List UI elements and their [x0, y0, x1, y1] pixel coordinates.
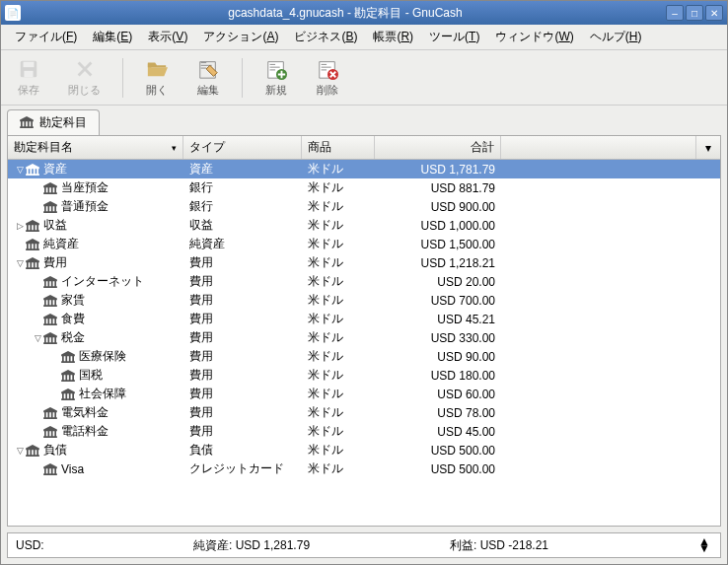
- account-row[interactable]: 電話料金費用米ドルUSD 45.00: [8, 422, 720, 441]
- account-commodity: 米ドル: [302, 311, 375, 327]
- account-total: USD 78.00: [375, 406, 501, 420]
- account-row[interactable]: インターネット費用米ドルUSD 20.00: [8, 272, 720, 291]
- expand-toggle[interactable]: ▽: [14, 258, 26, 268]
- account-name: 食費: [61, 311, 85, 327]
- account-name: 資産: [43, 161, 67, 177]
- account-name: 家賃: [61, 292, 85, 309]
- account-name: 医療保険: [79, 348, 126, 365]
- new-button[interactable]: 新規: [258, 55, 294, 100]
- app-window: 📄 gcashdata_4.gnucash - 勘定科目 - GnuCash –…: [0, 0, 728, 565]
- account-name: 普通預金: [61, 198, 109, 215]
- account-type: 負債: [183, 442, 302, 459]
- column-name[interactable]: 勘定科目名▾: [8, 136, 183, 159]
- edit-icon: [196, 57, 220, 81]
- menu-v[interactable]: 表示(V): [140, 26, 195, 48]
- account-row[interactable]: 食費費用米ドルUSD 45.21: [8, 310, 720, 328]
- account-type: 費用: [183, 367, 302, 384]
- menu-h[interactable]: ヘルプ(H): [582, 26, 650, 48]
- menu-b[interactable]: ビジネス(B): [286, 26, 365, 48]
- account-row[interactable]: 電気料金費用米ドルUSD 78.00: [8, 403, 720, 422]
- account-tree[interactable]: ▽資産資産米ドルUSD 1,781.79当座預金銀行米ドルUSD 881.79普…: [8, 160, 720, 526]
- account-commodity: 米ドル: [302, 292, 375, 309]
- tab-accounts[interactable]: 勘定科目: [7, 109, 100, 135]
- column-menu-button[interactable]: ▾: [696, 136, 720, 159]
- account-name: Visa: [61, 462, 84, 476]
- account-type: 費用: [183, 292, 302, 309]
- account-total: USD 330.00: [375, 331, 501, 345]
- expand-toggle[interactable]: ▷: [14, 221, 26, 231]
- account-icon: [43, 201, 57, 213]
- status-profit: 利益: USD -218.21: [450, 537, 696, 554]
- open-button[interactable]: 開く: [139, 55, 175, 100]
- account-icon: [43, 463, 57, 475]
- account-icon: [26, 445, 39, 457]
- menu-f[interactable]: ファイル(F): [7, 26, 85, 48]
- expand-toggle[interactable]: ▽: [32, 333, 43, 343]
- account-type: 銀行: [183, 179, 302, 196]
- menu-w[interactable]: ウィンドウ(W): [487, 26, 581, 48]
- delete-button[interactable]: 削除: [310, 55, 345, 100]
- account-commodity: 米ドル: [302, 386, 375, 402]
- svg-rect-1: [24, 62, 35, 67]
- menu-t[interactable]: ツール(T): [421, 26, 487, 48]
- account-total: USD 700.00: [375, 294, 501, 308]
- account-row[interactable]: ▽資産資産米ドルUSD 1,781.79: [8, 160, 720, 178]
- column-total[interactable]: 合計: [375, 136, 501, 159]
- account-row[interactable]: 国税費用米ドルUSD 180.00: [8, 366, 720, 385]
- column-commodity[interactable]: 商品: [302, 136, 375, 159]
- account-row[interactable]: 純資産純資産米ドルUSD 1,500.00: [8, 235, 720, 253]
- delete-icon: [316, 57, 339, 81]
- account-row[interactable]: 家賃費用米ドルUSD 700.00: [8, 291, 720, 310]
- menu-a[interactable]: アクション(A): [195, 26, 286, 48]
- account-name: 電気料金: [61, 404, 109, 421]
- account-icon: [43, 426, 57, 438]
- toolbar-separator: [122, 58, 123, 98]
- account-tree-panel: 勘定科目名▾ タイプ 商品 合計 ▾ ▽資産資産米ドルUSD 1,781.79当…: [7, 135, 721, 527]
- account-commodity: 米ドル: [302, 404, 375, 421]
- account-commodity: 米ドル: [302, 254, 375, 271]
- svg-rect-2: [24, 71, 33, 77]
- account-commodity: 米ドル: [302, 236, 375, 252]
- column-type[interactable]: タイプ: [183, 136, 302, 159]
- account-commodity: 米ドル: [302, 329, 375, 346]
- account-type: 純資産: [183, 236, 302, 252]
- expand-toggle[interactable]: ▽: [14, 165, 26, 175]
- account-row[interactable]: 普通預金銀行米ドルUSD 900.00: [8, 197, 720, 216]
- account-total: USD 1,218.21: [375, 256, 501, 270]
- account-row[interactable]: ▽税金費用米ドルUSD 330.00: [8, 328, 720, 347]
- new-icon: [264, 57, 288, 81]
- account-type: 費用: [183, 273, 302, 290]
- account-type: 費用: [183, 329, 302, 346]
- expand-toggle[interactable]: ▽: [14, 446, 26, 456]
- menubar: ファイル(F)編集(E)表示(V)アクション(A)ビジネス(B)帳票(R)ツール…: [1, 25, 727, 50]
- maximize-button[interactable]: □: [686, 5, 703, 21]
- account-row[interactable]: 医療保険費用米ドルUSD 90.00: [8, 347, 720, 366]
- account-row[interactable]: ▷収益収益米ドルUSD 1,000.00: [8, 216, 720, 235]
- status-spinner[interactable]: ▲▼: [696, 538, 712, 552]
- close-icon: [73, 57, 97, 81]
- account-name: 純資産: [43, 236, 79, 252]
- app-icon: 📄: [5, 5, 21, 21]
- account-type: 銀行: [183, 198, 302, 215]
- edit-button[interactable]: 編集: [190, 55, 226, 100]
- sort-indicator-icon: ▾: [172, 143, 177, 153]
- account-row[interactable]: ▽負債負債米ドルUSD 500.00: [8, 441, 720, 459]
- tabbar: 勘定科目: [1, 106, 727, 135]
- account-row[interactable]: 社会保障費用米ドルUSD 60.00: [8, 385, 720, 403]
- account-icon: [26, 164, 39, 176]
- account-row[interactable]: 当座預金銀行米ドルUSD 881.79: [8, 178, 720, 197]
- menu-r[interactable]: 帳票(R): [365, 26, 421, 48]
- save-button: 保存: [11, 55, 46, 100]
- account-row[interactable]: Visaクレジットカード米ドルUSD 500.00: [8, 459, 720, 478]
- account-row[interactable]: ▽費用費用米ドルUSD 1,218.21: [8, 253, 720, 272]
- account-total: USD 900.00: [375, 200, 501, 214]
- account-total: USD 20.00: [375, 275, 501, 289]
- account-total: USD 60.00: [375, 388, 501, 401]
- status-currency: USD:: [16, 538, 193, 552]
- tab-label: 勘定科目: [39, 114, 87, 131]
- minimize-button[interactable]: –: [666, 5, 684, 21]
- account-type: 費用: [183, 348, 302, 365]
- close-window-button[interactable]: ✕: [705, 5, 723, 21]
- account-commodity: 米ドル: [302, 367, 375, 384]
- menu-e[interactable]: 編集(E): [85, 26, 140, 48]
